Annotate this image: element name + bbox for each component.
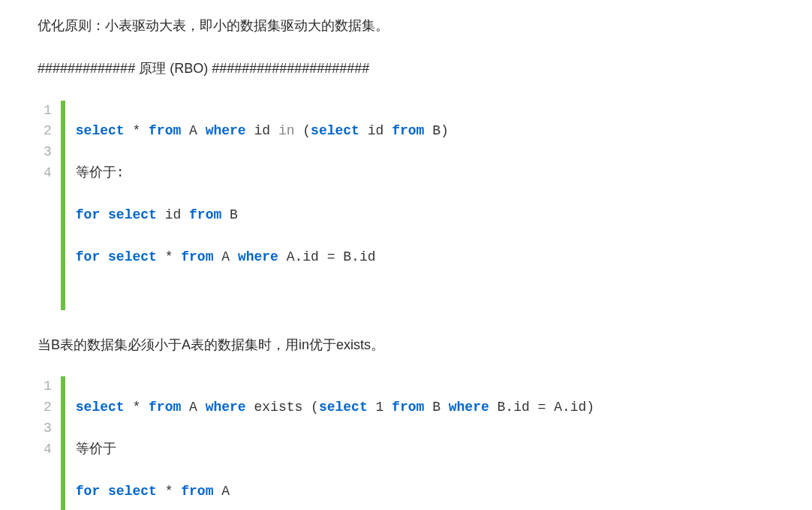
line-numbers: 1 2 3 4 xyxy=(44,101,61,310)
code-block-1: 1 2 3 4 select * from A where id in (sel… xyxy=(44,101,774,310)
line-number: 1 xyxy=(44,101,52,122)
line-number: 4 xyxy=(44,439,52,460)
code-line: select * from A where exists (select 1 f… xyxy=(76,397,594,418)
code-block-2: 1 2 3 4 select * from A where exists (se… xyxy=(44,376,774,510)
code-line: for select id from B xyxy=(76,205,449,226)
code-line: select * from A where id in (select id f… xyxy=(76,121,449,142)
code-accent-bar xyxy=(61,101,65,310)
code-content: select * from A where id in (select id f… xyxy=(76,101,449,310)
line-number: 1 xyxy=(44,376,52,397)
code-content: select * from A where exists (select 1 f… xyxy=(76,376,594,510)
code-line: for select * from A where A.id = B.id xyxy=(76,247,449,268)
line-number: 2 xyxy=(44,121,52,142)
code-accent-bar xyxy=(61,376,65,510)
line-number: 3 xyxy=(44,418,52,439)
line-number: 2 xyxy=(44,397,52,418)
code-line: 等价于 xyxy=(76,439,594,460)
line-numbers: 1 2 3 4 xyxy=(44,376,61,510)
line-number: 3 xyxy=(44,142,52,163)
code-line: for select * from A xyxy=(76,481,594,502)
paragraph-rbo-header: ############# 原理 (RBO) #################… xyxy=(38,58,774,80)
code-line: 等价于: xyxy=(76,163,449,184)
line-number: 4 xyxy=(44,163,52,184)
paragraph-principle: 优化原则：小表驱动大表，即小的数据集驱动大的数据集。 xyxy=(38,15,774,37)
paragraph-in-better: 当B表的数据集必须小于A表的数据集时，用in优于exists。 xyxy=(38,334,774,356)
